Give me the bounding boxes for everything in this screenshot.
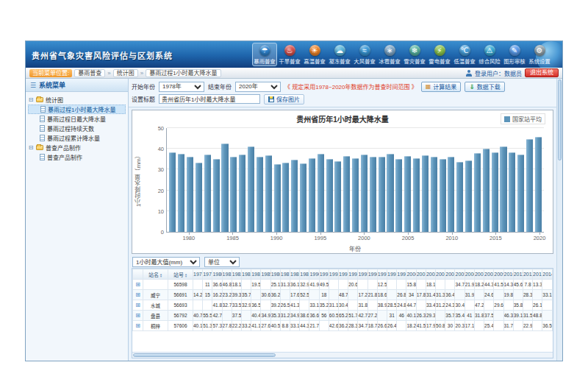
- column-header-id[interactable]: 站号▲▼: [168, 269, 193, 280]
- download-button[interactable]: ⇓ 数据下载: [465, 82, 505, 92]
- nav-item-snow[interactable]: ❄雪灾普查: [402, 43, 427, 66]
- column-header-year[interactable]: 1982: [232, 269, 241, 280]
- chart-title-input[interactable]: [159, 94, 260, 104]
- breadcrumb-item[interactable]: 暴雨过程1小时最大降水量: [146, 69, 220, 77]
- range-notice: 《 规定采用1978~2020年数据作为普查时间范围 》: [284, 82, 417, 91]
- column-header-year[interactable]: 1993: [339, 269, 348, 280]
- expand-row-icon[interactable]: ⊞: [135, 281, 140, 288]
- column-header-year[interactable]: 1985: [261, 269, 270, 280]
- column-header-year[interactable]: 2011: [513, 269, 523, 280]
- nav-item-review[interactable]: ✎图形审核: [502, 43, 527, 66]
- column-header-year[interactable]: 1991: [319, 269, 329, 280]
- expand-row-icon[interactable]: ⊞: [135, 302, 140, 308]
- chart-bar: [326, 159, 333, 232]
- value-cell: 21.8: [368, 290, 377, 300]
- column-header-year[interactable]: 1988: [290, 269, 300, 280]
- column-header-year[interactable]: 1989: [300, 269, 309, 280]
- column-header-year[interactable]: 1986: [270, 269, 280, 280]
- sort-arrows-icon[interactable]: ▲▼: [184, 273, 187, 277]
- column-header-year[interactable]: 1999: [397, 269, 406, 280]
- sidebar-item[interactable]: 暴雨过程累计降水量: [28, 133, 126, 143]
- sort-arrows-icon[interactable]: ▲▼: [159, 273, 162, 277]
- sidebar-item[interactable]: 暴雨过程持续天数: [28, 124, 126, 133]
- column-header-year[interactable]: 1994: [348, 269, 358, 280]
- value-cell: 20.6: [348, 280, 358, 290]
- column-header-year[interactable]: 1996: [368, 269, 377, 280]
- end-year-select[interactable]: 2020年: [235, 82, 281, 92]
- column-header-year[interactable]: 1978: [193, 269, 203, 280]
- column-header-year[interactable]: 2013: [533, 269, 542, 280]
- sidebar-item[interactable]: 暴雨过程日最大降水量: [28, 114, 126, 124]
- collapse-icon[interactable]: ⊟: [28, 96, 34, 103]
- column-header-year[interactable]: 1983: [242, 269, 251, 280]
- expand-row-icon[interactable]: ⊞: [135, 322, 140, 329]
- chart-bar: [387, 154, 393, 232]
- calculate-button[interactable]: ▦ 计算结果: [421, 82, 462, 92]
- column-header-year[interactable]: 1995: [358, 269, 368, 280]
- nav-item-rainstorm[interactable]: ☂暴雨普查: [252, 43, 277, 66]
- column-header-year[interactable]: 2000: [406, 269, 416, 280]
- column-header-year[interactable]: 1992: [329, 269, 338, 280]
- horizontal-scrollbar[interactable]: [132, 352, 553, 358]
- sidebar-group[interactable]: ⊟普查产品制作: [28, 143, 126, 152]
- horizontal-scrollbar-thumb[interactable]: [133, 353, 276, 357]
- logout-button[interactable]: 退出系统: [525, 68, 559, 77]
- breadcrumb-item[interactable]: 统计图: [113, 69, 138, 77]
- value-cell: 21.9: [465, 280, 474, 290]
- column-header-year[interactable]: 1997: [377, 269, 387, 280]
- station-name-cell: [143, 280, 168, 290]
- column-header-year[interactable]: 1990: [309, 269, 319, 280]
- column-header-year[interactable]: 2002: [426, 269, 435, 280]
- value-cell: 19.8: [503, 290, 513, 300]
- sidebar-item[interactable]: 普查产品制作: [28, 152, 126, 162]
- column-header-year[interactable]: 2005: [455, 269, 465, 280]
- metric-select[interactable]: 1小时最大值(mm): [132, 257, 200, 267]
- start-year-select[interactable]: 1978年: [159, 82, 204, 92]
- column-header-year[interactable]: 1987: [280, 269, 290, 280]
- nav-item-settings[interactable]: ⚙系统设置: [527, 43, 552, 66]
- column-header-year[interactable]: 1979: [203, 269, 212, 280]
- save-image-button[interactable]: 保存图片: [264, 94, 304, 105]
- vertical-scrollbar-thumb[interactable]: [558, 79, 562, 160]
- column-header-year[interactable]: 2012: [523, 269, 532, 280]
- column-header-year[interactable]: 2004: [445, 269, 455, 280]
- nav-item-drought[interactable]: ♨干旱普查: [277, 43, 302, 66]
- nav-item-hail[interactable]: ∗冰雹普查: [377, 43, 402, 66]
- expand-row-icon[interactable]: ⊞: [135, 312, 140, 319]
- sidebar-item[interactable]: 暴雨过程1小时最大降水量: [28, 105, 126, 114]
- column-header-year[interactable]: 1981: [222, 269, 232, 280]
- breadcrumb-item[interactable]: 暴雨普查: [74, 69, 105, 77]
- column-header-year[interactable]: 2006: [465, 269, 474, 280]
- column-header-year[interactable]: 2003: [436, 269, 445, 280]
- column-header-year[interactable]: 2008: [484, 269, 494, 280]
- nav-item-risk[interactable]: ⚠综合风险: [477, 43, 502, 66]
- nav-item-lowtemp[interactable]: ℃低温普查: [452, 43, 477, 66]
- nav-item-lightning[interactable]: ⚡雷电普查: [427, 43, 452, 66]
- station-id-cell: 56693: [168, 300, 193, 311]
- value-cell: 27.8: [222, 321, 232, 331]
- chart-bar: [395, 159, 402, 232]
- nav-item-label: 暴雨普查: [254, 57, 275, 64]
- column-header-year[interactable]: 1980: [212, 269, 222, 280]
- value-cell: 26.6: [377, 321, 387, 331]
- column-header-year[interactable]: 2001: [416, 269, 426, 280]
- column-header-year[interactable]: 2010: [503, 269, 513, 280]
- sidebar-group[interactable]: ⊟统计图: [28, 95, 126, 105]
- nav-item-heat[interactable]: ☀高温普查: [302, 43, 327, 66]
- unit-select[interactable]: 单位: [204, 257, 240, 267]
- lightning-icon: ⚡: [434, 45, 445, 56]
- column-header-year[interactable]: 1984: [251, 269, 261, 280]
- value-cell: 22.2: [232, 321, 241, 331]
- expand-row-icon[interactable]: ⊞: [135, 291, 140, 298]
- column-header-name[interactable]: 站名▲▼: [143, 269, 168, 280]
- column-header-year[interactable]: 2009: [494, 269, 503, 280]
- column-header-year[interactable]: 2014: [542, 269, 553, 280]
- value-cell: 31.3: [436, 290, 445, 300]
- vertical-scrollbar[interactable]: [556, 79, 562, 361]
- column-header-year[interactable]: 1998: [387, 269, 397, 280]
- collapse-icon[interactable]: ⊟: [28, 144, 34, 151]
- chart-legend[interactable]: 国家站平均: [501, 113, 545, 124]
- nav-item-wind[interactable]: ≈大风普查: [352, 43, 377, 66]
- nav-item-freeze[interactable]: ☁凝冻普查: [327, 43, 352, 66]
- column-header-year[interactable]: 2007: [474, 269, 484, 280]
